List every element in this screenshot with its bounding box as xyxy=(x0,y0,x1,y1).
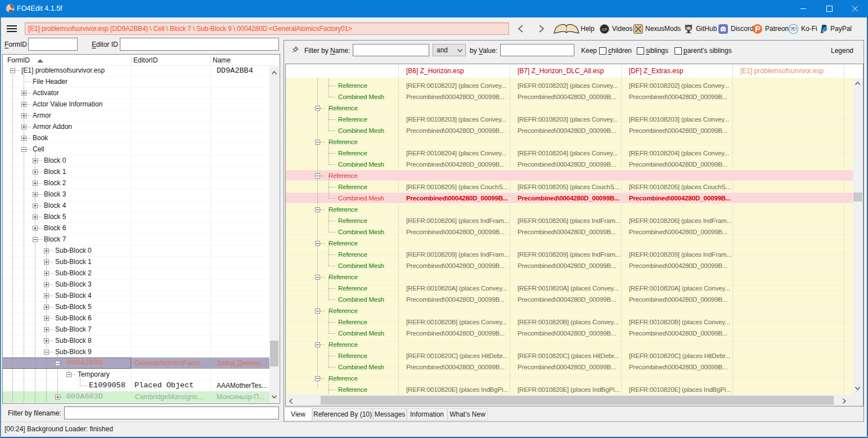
svg-text:GP: GP xyxy=(601,28,607,32)
